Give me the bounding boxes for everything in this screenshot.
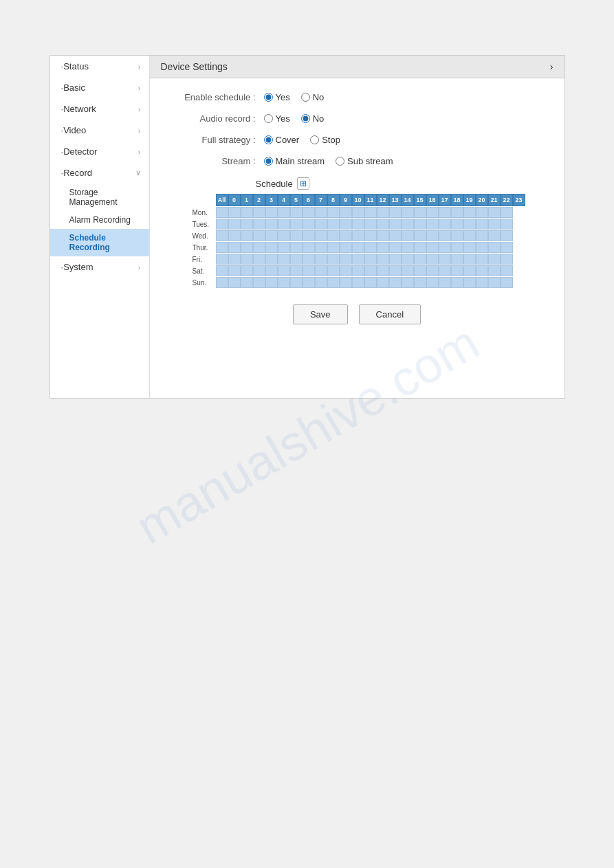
- stream-sub-option[interactable]: Sub stream: [336, 156, 393, 166]
- grid-cell-thur-10[interactable]: [340, 242, 352, 253]
- grid-cell-mon-12[interactable]: [364, 207, 377, 218]
- grid-cell-wed-1[interactable]: [228, 230, 241, 241]
- grid-cell-sat-16[interactable]: [414, 265, 426, 276]
- grid-cell-sun-0[interactable]: [216, 277, 228, 288]
- cancel-button[interactable]: Cancel: [359, 304, 421, 324]
- grid-cell-wed-2[interactable]: [241, 230, 253, 241]
- grid-cell-sun-18[interactable]: [439, 277, 451, 288]
- grid-cell-sat-17[interactable]: [426, 265, 439, 276]
- grid-cell-wed-20[interactable]: [463, 230, 476, 241]
- grid-cell-mon-16[interactable]: [414, 207, 426, 218]
- grid-cell-mon-15[interactable]: [402, 207, 414, 218]
- schedule-expand-icon[interactable]: ⊞: [297, 177, 309, 190]
- grid-cell-tues-20[interactable]: [463, 219, 476, 230]
- grid-cell-sat-20[interactable]: [463, 265, 476, 276]
- sidebar-item-status[interactable]: · Status ›: [50, 56, 149, 77]
- enable-schedule-no-radio[interactable]: [301, 93, 310, 102]
- full-strategy-cover-radio[interactable]: [264, 135, 273, 144]
- grid-cell-wed-7[interactable]: [303, 230, 315, 241]
- grid-cell-mon-7[interactable]: [303, 207, 315, 218]
- grid-cell-thur-21[interactable]: [476, 242, 488, 253]
- grid-cell-tues-3[interactable]: [253, 219, 265, 230]
- grid-cell-fri-13[interactable]: [377, 254, 389, 265]
- grid-cell-thur-15[interactable]: [402, 242, 414, 253]
- grid-cell-mon-13[interactable]: [377, 207, 389, 218]
- grid-cell-fri-15[interactable]: [402, 254, 414, 265]
- sidebar-item-video[interactable]: · Video ›: [50, 120, 149, 141]
- grid-cell-wed-23[interactable]: [501, 230, 513, 241]
- grid-cell-thur-9[interactable]: [327, 242, 340, 253]
- stream-main-option[interactable]: Main stream: [264, 156, 325, 166]
- grid-cell-fri-3[interactable]: [253, 254, 265, 265]
- save-button[interactable]: Save: [293, 304, 348, 324]
- grid-cell-sun-16[interactable]: [414, 277, 426, 288]
- grid-cell-sat-11[interactable]: [352, 265, 364, 276]
- enable-schedule-yes-radio[interactable]: [264, 93, 273, 102]
- grid-cell-mon-19[interactable]: [451, 207, 463, 218]
- grid-cell-tues-2[interactable]: [241, 219, 253, 230]
- grid-cell-wed-12[interactable]: [364, 230, 377, 241]
- grid-cell-thur-5[interactable]: [278, 242, 290, 253]
- grid-cell-thur-4[interactable]: [265, 242, 278, 253]
- grid-cell-sun-13[interactable]: [377, 277, 389, 288]
- grid-cell-wed-13[interactable]: [377, 230, 389, 241]
- grid-cell-sun-10[interactable]: [340, 277, 352, 288]
- grid-cell-wed-18[interactable]: [439, 230, 451, 241]
- grid-cell-wed-17[interactable]: [426, 230, 439, 241]
- grid-cell-sun-11[interactable]: [352, 277, 364, 288]
- grid-cell-wed-15[interactable]: [402, 230, 414, 241]
- audio-record-yes-option[interactable]: Yes: [264, 113, 290, 124]
- grid-cell-mon-14[interactable]: [389, 207, 402, 218]
- grid-cell-sat-15[interactable]: [402, 265, 414, 276]
- grid-cell-sat-10[interactable]: [340, 265, 352, 276]
- grid-cell-thur-20[interactable]: [463, 242, 476, 253]
- grid-cell-fri-21[interactable]: [476, 254, 488, 265]
- grid-cell-sat-13[interactable]: [377, 265, 389, 276]
- grid-cell-mon-8[interactable]: [315, 207, 327, 218]
- grid-cell-tues-18[interactable]: [439, 219, 451, 230]
- full-strategy-cover-option[interactable]: Cover: [264, 135, 300, 145]
- enable-schedule-no-option[interactable]: No: [301, 92, 325, 102]
- grid-cell-tues-14[interactable]: [389, 219, 402, 230]
- grid-cell-sun-12[interactable]: [364, 277, 377, 288]
- grid-cell-fri-12[interactable]: [364, 254, 377, 265]
- grid-cell-sun-9[interactable]: [327, 277, 340, 288]
- grid-cell-tues-21[interactable]: [476, 219, 488, 230]
- full-strategy-stop-radio[interactable]: [310, 135, 319, 144]
- grid-cell-sun-22[interactable]: [488, 277, 501, 288]
- grid-cell-thur-13[interactable]: [377, 242, 389, 253]
- sidebar-item-detector[interactable]: · Detector ›: [50, 141, 149, 162]
- grid-cell-wed-0[interactable]: [216, 230, 228, 241]
- grid-cell-tues-7[interactable]: [303, 219, 315, 230]
- grid-cell-tues-5[interactable]: [278, 219, 290, 230]
- grid-cell-thur-6[interactable]: [290, 242, 303, 253]
- grid-cell-fri-10[interactable]: [340, 254, 352, 265]
- grid-cell-thur-18[interactable]: [439, 242, 451, 253]
- grid-cell-tues-16[interactable]: [414, 219, 426, 230]
- grid-cell-tues-0[interactable]: [216, 219, 228, 230]
- grid-cell-tues-4[interactable]: [265, 219, 278, 230]
- grid-cell-fri-16[interactable]: [414, 254, 426, 265]
- grid-cell-thur-14[interactable]: [389, 242, 402, 253]
- grid-cell-sat-6[interactable]: [290, 265, 303, 276]
- sidebar-sub-storage-management[interactable]: Storage Management: [50, 183, 149, 211]
- sidebar-item-network[interactable]: · Network ›: [50, 98, 149, 120]
- grid-all-button[interactable]: All: [216, 194, 228, 206]
- grid-cell-thur-23[interactable]: [501, 242, 513, 253]
- grid-cell-fri-19[interactable]: [451, 254, 463, 265]
- grid-cell-sun-20[interactable]: [463, 277, 476, 288]
- grid-cell-fri-1[interactable]: [228, 254, 241, 265]
- audio-record-no-radio[interactable]: [301, 114, 310, 123]
- grid-cell-sun-1[interactable]: [228, 277, 241, 288]
- grid-cell-fri-17[interactable]: [426, 254, 439, 265]
- grid-cell-tues-23[interactable]: [501, 219, 513, 230]
- grid-cell-wed-10[interactable]: [340, 230, 352, 241]
- grid-cell-fri-20[interactable]: [463, 254, 476, 265]
- grid-cell-fri-0[interactable]: [216, 254, 228, 265]
- grid-cell-sun-23[interactable]: [501, 277, 513, 288]
- grid-cell-thur-17[interactable]: [426, 242, 439, 253]
- grid-cell-tues-1[interactable]: [228, 219, 241, 230]
- grid-cell-tues-6[interactable]: [290, 219, 303, 230]
- grid-cell-fri-5[interactable]: [278, 254, 290, 265]
- grid-cell-thur-2[interactable]: [241, 242, 253, 253]
